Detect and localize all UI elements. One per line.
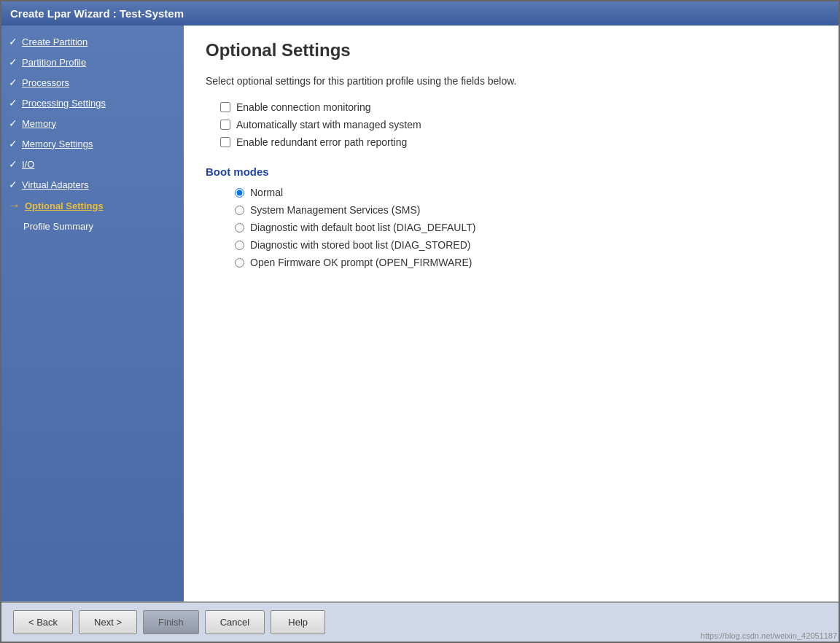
finish-button[interactable]: Finish — [143, 610, 199, 634]
radio-diag-default[interactable] — [235, 223, 244, 233]
sidebar-item-virtual-adapters[interactable]: ✓Virtual Adapters — [1, 174, 184, 195]
sidebar-item-label-create-partition: Create Partition — [22, 36, 88, 47]
main-area: ✓Create Partition✓Partition Profile✓Proc… — [1, 26, 839, 601]
sidebar-item-create-partition[interactable]: ✓Create Partition — [1, 31, 184, 52]
sidebar-item-processors[interactable]: ✓Processors — [1, 72, 184, 93]
boot-modes-options: NormalSystem Management Services (SMS)Di… — [206, 187, 817, 268]
check-icon: ✓ — [9, 117, 18, 129]
radio-diag-stored[interactable] — [235, 241, 244, 250]
check-icon: ✓ — [9, 138, 18, 149]
check-icon: ✓ — [9, 36, 18, 47]
checkbox-label-redundant-error: Enable redundant error path reporting — [236, 136, 407, 148]
radio-label-normal: Normal — [250, 187, 283, 198]
sidebar-item-label-io: I/O — [22, 159, 34, 170]
radio-group-diag-stored: Diagnostic with stored boot list (DIAG_S… — [206, 239, 817, 251]
sidebar-item-label-partition-profile: Partition Profile — [22, 57, 86, 68]
radio-label-diag-stored: Diagnostic with stored boot list (DIAG_S… — [250, 239, 470, 251]
sidebar-item-label-optional-settings: Optional Settings — [25, 200, 104, 211]
cancel-button[interactable]: Cancel — [205, 610, 265, 634]
checkbox-label-auto-start: Automatically start with managed system — [236, 119, 421, 130]
check-icon: ✓ — [9, 158, 18, 170]
radio-group-diag-default: Diagnostic with default boot list (DIAG_… — [206, 222, 817, 233]
content-area: Optional Settings Select optional settin… — [184, 26, 839, 601]
sidebar-item-profile-summary: Profile Summary — [1, 217, 184, 236]
page-title: Optional Settings — [206, 40, 817, 61]
sidebar-item-partition-profile[interactable]: ✓Partition Profile — [1, 52, 184, 72]
sidebar-item-label-processors: Processors — [22, 77, 69, 88]
radio-label-open-firmware: Open Firmware OK prompt (OPEN_FIRMWARE) — [250, 257, 472, 268]
checkbox-group-redundant-error: Enable redundant error path reporting — [206, 136, 817, 148]
checkbox-auto-start[interactable] — [220, 120, 230, 130]
check-icon: ✓ — [9, 97, 18, 109]
help-button[interactable]: Help — [271, 610, 325, 634]
check-icon: ✓ — [9, 77, 18, 88]
checkbox-redundant-error[interactable] — [220, 137, 230, 147]
sidebar-item-io[interactable]: ✓I/O — [1, 154, 184, 174]
arrow-icon: → — [9, 199, 20, 212]
checkbox-enable-connection-monitoring[interactable] — [220, 102, 230, 112]
sidebar-item-label-memory-settings: Memory Settings — [22, 139, 93, 149]
sidebar-item-label-memory: Memory — [22, 118, 56, 129]
sidebar-item-memory-settings[interactable]: ✓Memory Settings — [1, 133, 184, 154]
wizard-window: Create Lpar Wizard : Test-System ✓Create… — [0, 0, 840, 643]
sidebar: ✓Create Partition✓Partition Profile✓Proc… — [1, 26, 184, 601]
checkbox-label-enable-connection-monitoring: Enable connection monitoring — [236, 101, 370, 113]
checkbox-group-auto-start: Automatically start with managed system — [206, 119, 817, 130]
sidebar-item-memory[interactable]: ✓Memory — [1, 113, 184, 133]
radio-label-diag-default: Diagnostic with default boot list (DIAG_… — [250, 222, 475, 233]
watermark: https://blog.csdn.net/weixin_42051187 — [701, 631, 837, 640]
radio-group-open-firmware: Open Firmware OK prompt (OPEN_FIRMWARE) — [206, 257, 817, 268]
check-icon: ✓ — [9, 179, 18, 190]
checkbox-group-enable-connection-monitoring: Enable connection monitoring — [206, 101, 817, 113]
sidebar-item-label-virtual-adapters: Virtual Adapters — [22, 179, 89, 190]
sidebar-item-processing-settings[interactable]: ✓Processing Settings — [1, 93, 184, 113]
sidebar-item-optional-settings[interactable]: →Optional Settings — [1, 195, 184, 217]
sidebar-item-label-processing-settings: Processing Settings — [22, 98, 106, 109]
radio-open-firmware[interactable] — [235, 258, 244, 268]
boot-modes-section: Boot modes NormalSystem Management Servi… — [206, 165, 817, 268]
radio-normal[interactable] — [235, 188, 244, 198]
window-title: Create Lpar Wizard : Test-System — [10, 7, 184, 20]
check-icon: ✓ — [9, 56, 18, 68]
description-text: Select optional settings for this partit… — [206, 75, 817, 87]
back-button[interactable]: < Back — [13, 610, 73, 634]
radio-group-sms: System Management Services (SMS) — [206, 204, 817, 216]
sidebar-item-label-profile-summary: Profile Summary — [23, 221, 93, 232]
boot-modes-title: Boot modes — [206, 165, 817, 178]
next-button[interactable]: Next > — [79, 610, 137, 634]
radio-group-normal: Normal — [206, 187, 817, 198]
checkboxes-group: Enable connection monitoringAutomaticall… — [206, 101, 817, 148]
radio-label-sms: System Management Services (SMS) — [250, 204, 420, 216]
title-bar: Create Lpar Wizard : Test-System — [1, 1, 839, 26]
radio-sms[interactable] — [235, 206, 244, 215]
